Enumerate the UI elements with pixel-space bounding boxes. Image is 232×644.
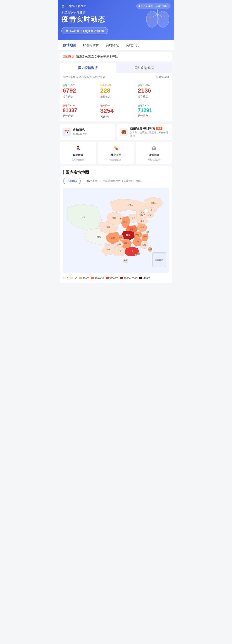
data-cell-current-confirmed: 较昨日-647 6792 现存确诊 [60,81,97,101]
tab-epidemic-map[interactable]: 疫情地图 [60,40,79,50]
value-imported: 228 [100,88,132,94]
diff-total-confirmed: 较昨日+101 [63,104,94,107]
label-imported: 境外输入 [100,95,132,98]
logo: ✿ 丁香园·丁香医生 [61,4,86,8]
map-section: 国内疫情地图 现存确诊 累计确诊 当前确诊病例数（排除死亡、治愈） 新疆 西藏 … [60,166,172,283]
map-filter-desc: 当前确诊病例数（排除死亡、治愈） [103,179,144,183]
service-section: 📅 疫情报告 每周五晚发布 🐻 抗疫物资 每日补货 限量 消毒剂、洗手液、温度计… [58,122,174,166]
svg-point-0 [146,11,158,28]
map-title-row: 国内疫情地图 [63,170,169,175]
service-card-consultation[interactable]: 🏥 在线问诊 湖北地区免费 [136,142,172,164]
value-total-deaths: 3254 [100,108,132,114]
maternal-icon: 🤱 [74,144,82,152]
filter-cumulative-confirmed[interactable]: 累计确诊 [83,178,100,184]
label-total-deaths: 累计死亡 [100,115,132,119]
map-title-bar [63,170,64,174]
legend-over-10000: >10000 [139,277,150,280]
label-total-recovered: 累计治愈 [138,114,169,118]
data-cell-total-recovered: 较昨日+744 71291 累计治愈 [135,101,172,122]
tab-live-broadcast[interactable]: 实时播报 [102,40,122,50]
report-icon: 📅 [62,128,71,136]
medicine-icon: 💊 [112,144,120,152]
diff-total-deaths: 较昨日+4 [100,104,132,107]
legend-color-1000-10000 [120,277,123,279]
data-help[interactable]: ⊙ 数据说明 [156,75,169,79]
value-severe: 2136 [138,88,169,94]
label-current-confirmed: 现存确诊 [63,95,94,98]
news-arrow-icon: › [168,55,169,59]
legend-100-499: 100–499 [91,277,104,280]
svg-point-1 [157,11,169,28]
tab-rumor-prevention[interactable]: 辟谣与防护 [79,40,102,50]
svg-point-11 [163,15,165,17]
diff-current-confirmed: 较昨日-647 [63,84,94,87]
logo-icon: ✿ [61,4,65,8]
map-legend: 0 1–9 10–99 100–499 500–999 1000–10000 >… [63,277,169,280]
legend-color-10-99 [79,277,82,279]
data-tabs: 国内疫情数据 国外疫情数据 [60,63,172,73]
china-map-svg: 新疆 西藏 青海 内蒙古 甘肃 宁夏 陕西 山西 河北 [63,188,169,273]
value-current-confirmed: 6792 [63,88,94,94]
consultation-icon: 🏥 [150,144,158,152]
service-card-maternal[interactable]: 🤱 母婴健康 在家孕育指南 [60,142,96,164]
data-cell-total-deaths: 较昨日+4 3254 累计死亡 [97,101,135,122]
service-medicine-title: 线上开药 [111,153,121,157]
filter-current-confirmed[interactable]: 现存确诊 [63,178,81,184]
service-card-medicine[interactable]: 💊 线上开药 快递送货上门 [98,142,134,164]
service-card-supplies[interactable]: 🐻 抗疫物资 每日补货 限量 消毒剂、洗手液、温度计，库存每日更新 [117,124,172,140]
svg-point-6 [150,17,151,18]
map-filter-row: 现存确诊 累计确诊 当前确诊病例数（排除死亡、治愈） [63,178,169,184]
diff-total-recovered: 较昨日+744 [138,104,169,107]
service-supplies-content: 抗疫物资 每日补货 限量 消毒剂、洗手液、温度计，库存每日更新 [130,127,170,137]
legend-0: 0 [63,277,68,280]
switch-icon: ⇄ [66,29,68,33]
supplies-icon: 🐻 [120,128,128,136]
service-report-content: 疫情报告 每周五晚发布 [73,128,87,136]
map-title: 国内疫情地图 [66,170,89,175]
data-cell-severe: 较昨日-178 2136 现存重症 [135,81,172,101]
data-timestamp: 截至 2020-03-20 16:37 全国数据统计 ⊙ 数据说明 [60,73,172,81]
tab-foreign-data[interactable]: 国外疫情数据 [116,63,172,73]
value-total-confirmed: 81337 [63,108,94,113]
data-grid: 较昨日-647 6792 现存确诊 较昨日+39 228 境外输入 较昨日-17… [60,81,172,122]
diff-severe: 较昨日-178 [138,84,169,87]
service-supplies-title: 抗疫物资 每日补货 限量 [130,127,170,130]
value-total-recovered: 71291 [138,108,169,113]
service-consultation-title: 在线问诊 [149,153,159,157]
label-total-confirmed: 累计确诊 [63,114,94,118]
label-severe: 现存重症 [138,95,169,98]
news-banner[interactable]: 深刻教训 隐瞒发热返京女子被美雇主开除 › [60,52,172,61]
service-medicine-desc: 快递送货上门 [109,158,123,161]
data-section: 国内疫情数据 国外疫情数据 截至 2020-03-20 16:37 全国数据统计… [60,63,172,122]
service-row-1: 📅 疫情报告 每周五晚发布 🐻 抗疫物资 每日补货 限量 消毒剂、洗手液、温度计… [60,124,172,140]
english-version-button[interactable]: ⇄ Switch to English Version [61,27,108,34]
legend-10-99: 10–99 [79,277,89,280]
news-text: 隐瞒发热返京女子被美雇主开除 [76,55,168,59]
supplies-badge: 限量 [156,127,162,130]
service-card-report[interactable]: 📅 疫情报告 每周五晚发布 [60,124,115,140]
legend-color-500-999 [106,277,109,279]
data-cell-imported: 较昨日+39 228 境外输入 [97,81,135,101]
logo-text: 丁香园·丁香医生 [66,4,86,8]
service-maternal-title: 母婴健康 [73,153,83,157]
legend-1000-10000: 1000–10000 [120,277,137,280]
tab-domestic-data[interactable]: 国内疫情数据 [60,63,116,73]
service-supplies-desc: 消毒剂、洗手液、温度计，库存每日更新 [130,131,170,137]
diff-imported: 较昨日+39 [100,84,132,87]
china-map-container: 新疆 西藏 青海 内蒙古 甘肃 宁夏 陕西 山西 河北 [63,188,169,274]
legend-color-over-10000 [139,277,142,279]
header: ✿ 丁香园·丁香医生 3,207,683,801 人次已浏览 新型冠状病毒肺炎 … [58,0,174,40]
service-report-title: 疫情报告 [73,128,87,132]
data-cell-total-confirmed: 较昨日+101 81337 累计确诊 [60,101,97,122]
legend-color-0 [63,277,66,279]
lungs-decoration [145,6,171,30]
service-report-desc: 每周五晚发布 [73,132,87,136]
service-row-2: 🤱 母婴健康 在家孕育指南 💊 线上开药 快递送货上门 🏥 在线问诊 湖北地区免… [60,142,172,164]
service-maternal-desc: 在家孕育指南 [72,158,84,161]
legend-500-999: 500–999 [106,277,119,280]
svg-rect-17 [153,252,166,266]
service-consultation-desc: 湖北地区免费 [148,158,160,161]
legend-color-1-9 [70,277,73,279]
news-tag: 深刻教训 [63,55,74,59]
tab-disease-knowledge[interactable]: 疾病知识 [122,40,142,50]
